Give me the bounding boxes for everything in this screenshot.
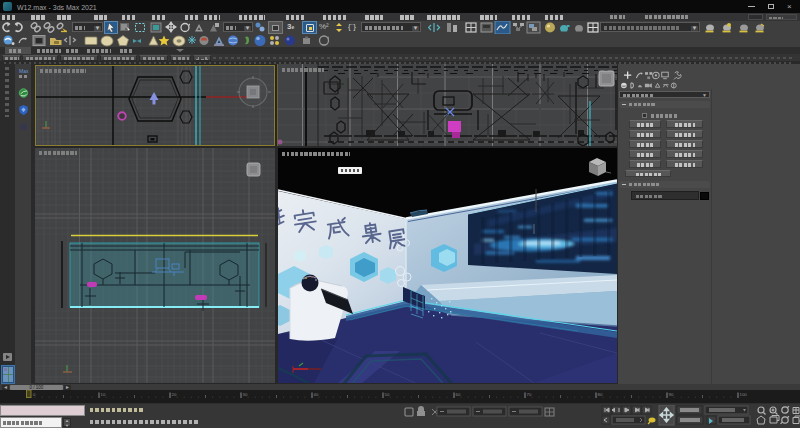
svg-text:100: 100 (740, 392, 748, 397)
svg-text:0: 0 (33, 392, 36, 397)
svg-text:30: 30 (243, 392, 248, 397)
svg-text:10: 10 (101, 392, 106, 397)
svg-text:20: 20 (172, 392, 177, 397)
svg-text:50: 50 (385, 392, 390, 397)
svg-text:60: 60 (456, 392, 461, 397)
svg-text:90: 90 (669, 392, 674, 397)
svg-text:80: 80 (598, 392, 603, 397)
svg-text:40: 40 (314, 392, 319, 397)
svg-text:70: 70 (527, 392, 532, 397)
